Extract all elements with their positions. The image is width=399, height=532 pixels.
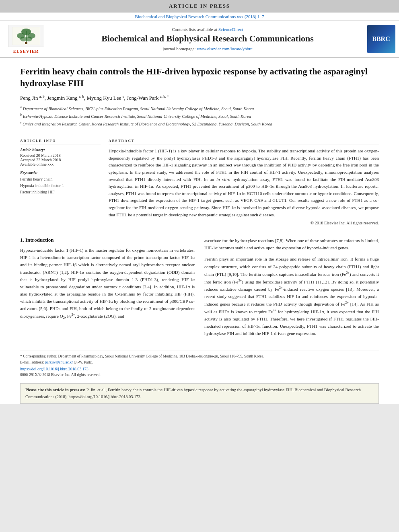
bbrc-logo-img: BBRC bbox=[367, 25, 395, 53]
divider-2 bbox=[20, 231, 379, 231]
science-direct-line: Contents lists available at ScienceDirec… bbox=[172, 27, 243, 32]
citation-prefix: Please cite this article in press as: bbox=[25, 388, 85, 392]
keyword-2: Hypoxia-inducible factor-1 bbox=[20, 183, 101, 189]
science-direct-link[interactable]: ScienceDirect bbox=[218, 27, 243, 32]
intro-para1-continued: ascorbate for the hydroxylase reactions … bbox=[204, 237, 379, 251]
keyword-3: Factor inhibiting HIF bbox=[20, 189, 101, 195]
history-group: Article history: Received 20 March 2018 … bbox=[20, 148, 101, 166]
elsevier-label: ELSEVIER bbox=[13, 49, 39, 53]
main-content: Ferritin heavy chain controls the HIF-dr… bbox=[0, 58, 399, 345]
journal-homepage-line: journal homepage: www.elsevier.com/locat… bbox=[162, 46, 253, 51]
svg-rect-7 bbox=[25, 42, 27, 44]
intro-section-title: 1. Introduction bbox=[20, 237, 195, 243]
affil-b: b Ischemia/Hypoxic Disease Institute and… bbox=[20, 113, 379, 119]
accepted-date: Accepted 22 March 2018 bbox=[20, 158, 101, 162]
homepage-label: journal homepage: bbox=[162, 46, 195, 51]
doi-line[interactable]: https://doi.org/10.1016/j.bbrc.2018.03.1… bbox=[0, 365, 399, 373]
intro-para1: Hypoxia-inducible factor 1 (HIF-1) is th… bbox=[20, 246, 195, 321]
keywords-label: Keywords: bbox=[20, 170, 101, 175]
body-left-col: 1. Introduction Hypoxia-inducible factor… bbox=[20, 237, 195, 341]
affil-c: c Omics and Integration Research Center,… bbox=[20, 120, 379, 127]
footnote-star: * Corresponding author. Department of Ph… bbox=[20, 353, 379, 359]
keywords-group: Keywords: Ferritin heavy chain Hypoxia-i… bbox=[20, 170, 101, 195]
divider-1 bbox=[20, 133, 379, 133]
body-two-col: 1. Introduction Hypoxia-inducible factor… bbox=[20, 237, 379, 341]
authors-line: Peng Jin a, b, Jengmin Kang a, b, Myung … bbox=[20, 94, 379, 101]
abstract-col: ABSTRACT Hypoxia-inducible factor 1 (HIF… bbox=[109, 139, 379, 225]
history-label: Article history: bbox=[20, 148, 101, 152]
journal-header: ELSEVIER Contents lists available at Sci… bbox=[0, 21, 399, 58]
journal-header-center: Contents lists available at ScienceDirec… bbox=[52, 21, 363, 57]
citation-box: Please cite this article in press as: P.… bbox=[20, 383, 379, 404]
journal-title-big: Biochemical and Biophysical Research Com… bbox=[101, 33, 314, 44]
body-right-col: ascorbate for the hydroxylase reactions … bbox=[204, 237, 379, 341]
keyword-1: Ferritin heavy chain bbox=[20, 176, 101, 183]
bbrc-logo-box: BBRC bbox=[363, 21, 399, 57]
journal-link-line: Biochemical and Biophysical Research Com… bbox=[0, 12, 399, 21]
email-link[interactable]: parkjw@snu.ac.kr bbox=[45, 360, 73, 364]
copyright-line: © 2018 Elsevier Inc. All rights reserved… bbox=[109, 221, 379, 225]
abstract-text: Hypoxia-inducible factor 1 (HIF-1) is a … bbox=[109, 148, 379, 218]
svg-point-6 bbox=[26, 37, 32, 41]
footnote-section: * Corresponding author. Department of Ph… bbox=[20, 351, 379, 365]
article-info-col: ARTICLE INFO Article history: Received 2… bbox=[20, 139, 101, 225]
intro-para2: Ferritin plays an important role in the … bbox=[204, 255, 379, 337]
elsevier-logo-box: ELSEVIER bbox=[0, 21, 52, 57]
svg-point-5 bbox=[20, 37, 27, 41]
page-wrapper: ARTICLE IN PRESS Biochemical and Biophys… bbox=[0, 0, 399, 404]
journal-homepage-link[interactable]: www.elsevier.com/locate/ybbrc bbox=[197, 46, 253, 51]
article-info-abstract-section: ARTICLE INFO Article history: Received 2… bbox=[20, 139, 379, 225]
rights-line: 0006-291X/© 2018 Elsevier Inc. All right… bbox=[0, 373, 399, 379]
banner-text: ARTICLE IN PRESS bbox=[169, 3, 230, 9]
elsevier-logo-img bbox=[8, 25, 44, 47]
article-title: Ferritin heavy chain controls the HIF-dr… bbox=[20, 66, 379, 89]
footnote-email: E-mail address: parkjw@snu.ac.kr (J.-W. … bbox=[20, 359, 379, 365]
journal-link-text: Biochemical and Biophysical Research Com… bbox=[135, 14, 264, 19]
available-online: Available online xxx bbox=[20, 162, 101, 166]
contents-label: Contents lists available at bbox=[172, 27, 217, 32]
article-in-press-banner: ARTICLE IN PRESS bbox=[0, 0, 399, 12]
abstract-header: ABSTRACT bbox=[109, 139, 379, 144]
received-date: Received 20 March 2018 bbox=[20, 153, 101, 158]
elsevier-tree-svg bbox=[12, 27, 40, 45]
affil-a: a Department of Biomedical Sciences, BK2… bbox=[20, 105, 379, 112]
article-info-header: ARTICLE INFO bbox=[20, 139, 101, 144]
